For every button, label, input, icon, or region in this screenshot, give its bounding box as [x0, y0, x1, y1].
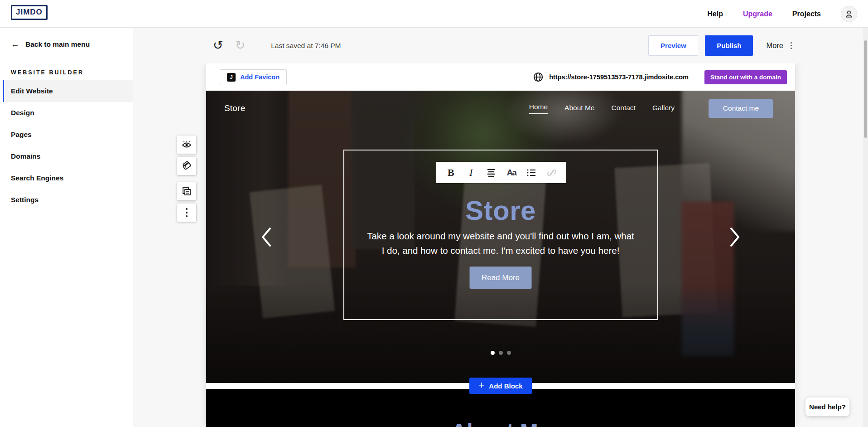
align-center-button[interactable]	[483, 165, 499, 180]
last-saved-status: Last saved at 7:46 PM	[271, 42, 341, 50]
domain-upsell-button[interactable]: Stand out with a domain	[704, 70, 787, 84]
link-icon	[546, 167, 557, 178]
about-me-section[interactable]: About Me	[206, 389, 795, 427]
carousel-dot-2[interactable]	[499, 351, 503, 355]
toolbar-actions: Preview Publish More	[648, 28, 792, 63]
jimdo-logo[interactable]: JIMDO	[11, 5, 48, 20]
site-url-row: https://store-1759513573-7178.jimdosite.…	[533, 70, 787, 84]
nav-link-gallery[interactable]: Gallery	[652, 104, 675, 113]
list-button[interactable]	[524, 165, 539, 180]
align-center-icon	[486, 168, 496, 177]
add-favicon-button[interactable]: J Add Favicon	[220, 69, 287, 85]
scrollbar-thumb[interactable]	[864, 40, 867, 138]
nav-link-about-me[interactable]: About Me	[564, 104, 594, 113]
sidebar-item-edit-website[interactable]: Edit Website	[3, 80, 133, 102]
block-more-options-button[interactable]	[177, 204, 196, 222]
sidebar-item-settings[interactable]: Settings	[0, 189, 133, 211]
undo-redo-group: ↺ ↻ Last saved at 7:46 PM	[213, 28, 341, 63]
design-swatches-icon	[181, 160, 192, 171]
more-menu-button[interactable]: More	[766, 41, 792, 50]
duplicate-icon	[181, 186, 192, 197]
kebab-icon	[186, 208, 188, 217]
duplicate-block-button[interactable]	[177, 182, 196, 200]
header-nav: Help Upgrade Projects	[707, 0, 857, 28]
help-link[interactable]: Help	[707, 10, 723, 18]
carousel-next-icon[interactable]	[729, 227, 741, 249]
font-style-button[interactable]: Aa	[504, 165, 519, 180]
publish-button[interactable]: Publish	[705, 35, 753, 56]
account-avatar[interactable]	[841, 6, 857, 22]
jimdo-website-builder: JIMDO Help Upgrade Projects ← Back to ma…	[0, 0, 868, 427]
sidebar-item-pages[interactable]: Pages	[0, 124, 133, 146]
carousel-dot-3[interactable]	[507, 351, 511, 355]
toolbar-divider	[259, 37, 259, 54]
nav-link-home[interactable]: Home	[529, 103, 548, 114]
sidebar-item-design[interactable]: Design	[0, 102, 133, 124]
back-arrow-icon: ←	[11, 39, 19, 49]
block-design-button[interactable]	[177, 157, 196, 175]
carousel-dots	[206, 351, 795, 355]
sidebar-item-search-engines[interactable]: Search Engines	[0, 167, 133, 189]
site-brand[interactable]: Store	[224, 103, 245, 113]
text-format-toolbar: B I Aa	[436, 162, 566, 183]
bullet-list-icon	[526, 169, 536, 177]
add-block-button[interactable]: + Add Block	[469, 378, 532, 394]
need-help-button[interactable]: Need help?	[805, 398, 849, 416]
sidebar: ← Back to main menu WEBSITE BUILDER Edit…	[0, 28, 133, 427]
hide-block-button[interactable]	[177, 136, 196, 154]
upgrade-link[interactable]: Upgrade	[743, 10, 772, 18]
carousel-prev-icon[interactable]	[260, 227, 272, 249]
about-me-heading: About Me	[206, 419, 795, 427]
contact-me-button[interactable]: Contact me	[709, 99, 773, 118]
undo-icon[interactable]: ↺	[213, 39, 223, 52]
italic-button[interactable]: I	[463, 165, 479, 180]
site-topbar: J Add Favicon https://store-1759513573-7…	[206, 63, 795, 91]
plus-icon: +	[478, 380, 484, 390]
projects-link[interactable]: Projects	[792, 10, 821, 18]
kebab-icon	[791, 42, 792, 49]
page-scrollbar[interactable]	[863, 28, 868, 427]
link-button[interactable]	[544, 165, 559, 180]
editor-toolbar: ↺ ↻ Last saved at 7:46 PM Preview Publis…	[133, 28, 868, 63]
carousel-dot-1[interactable]	[491, 351, 495, 355]
back-to-main-menu[interactable]: ← Back to main menu	[0, 28, 133, 49]
site-nav-links: Home About Me Contact Gallery Contact me	[529, 99, 773, 118]
favicon-placeholder-icon: J	[227, 73, 236, 82]
bold-button[interactable]: B	[443, 165, 458, 180]
site-nav: Store Home About Me Contact Gallery Cont…	[206, 91, 795, 126]
nav-link-contact[interactable]: Contact	[611, 104, 635, 113]
sidebar-item-domains[interactable]: Domains	[0, 146, 133, 167]
sidebar-section-title: WEBSITE BUILDER	[0, 49, 133, 80]
globe-icon	[533, 72, 543, 82]
app-header: JIMDO Help Upgrade Projects	[0, 0, 868, 28]
preview-button[interactable]: Preview	[648, 35, 698, 56]
redo-icon[interactable]: ↻	[235, 39, 246, 52]
person-icon	[844, 10, 854, 19]
eye-icon	[181, 139, 192, 150]
site-url[interactable]: https://store-1759513573-7178.jimdosite.…	[549, 73, 689, 81]
